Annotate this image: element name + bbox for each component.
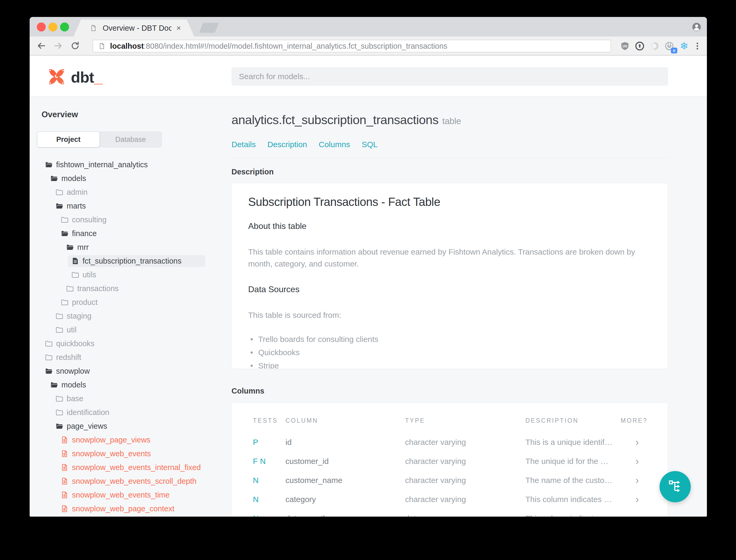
tree-item-utils[interactable]: utils: [30, 268, 226, 282]
model-nav-link-columns[interactable]: Columns: [319, 140, 350, 149]
tree-item-label: util: [67, 326, 76, 334]
tree-item-quickbooks[interactable]: quickbooks: [30, 337, 226, 350]
tree-item-snowplow_web_events_scroll_depth[interactable]: snowplow_web_events_scroll_depth: [30, 474, 226, 488]
column-header-tests: TESTS: [253, 417, 286, 424]
column-row-customer_id[interactable]: F Ncustomer_idcharacter varyingThe uniqu…: [253, 452, 668, 471]
tree-item-label: snowplow_web_events_time: [72, 491, 170, 499]
file-icon-red: [61, 463, 69, 471]
sphere-extension-icon[interactable]: [649, 40, 660, 52]
model-nav-link-details[interactable]: Details: [232, 140, 256, 149]
model-nav-link-description[interactable]: Description: [268, 140, 307, 149]
about-heading: About this table: [248, 221, 651, 231]
tests-cell: N: [253, 495, 286, 504]
tree-item-fishtown_internal_analytics[interactable]: fishtown_internal_analytics: [30, 158, 226, 171]
tree-item-snowplow_web_page_context[interactable]: snowplow_web_page_context: [30, 502, 226, 516]
folder-closed-icon: [45, 353, 53, 361]
tree-item-staging[interactable]: staging: [30, 309, 226, 323]
back-button[interactable]: [36, 40, 47, 51]
search-input[interactable]: [232, 67, 668, 86]
columns-table-header: TESTSCOLUMNTYPEDESCRIPTIONMORE?: [253, 417, 668, 424]
column-row-id[interactable]: Pidcharacter varyingThis is a unique ide…: [253, 433, 668, 452]
url-page-icon: [98, 42, 106, 50]
screenshot-canvas: Overview - DBT Docs × loca: [0, 0, 736, 560]
window-minimize-button[interactable]: [48, 22, 57, 31]
type-cell: character varying: [405, 457, 525, 466]
description-cell: This column indicates …: [525, 495, 621, 504]
tree-item-label: mrr: [77, 243, 89, 252]
tree-item-admin[interactable]: admin: [30, 185, 226, 199]
browser-tab-strip: Overview - DBT Docs ×: [30, 17, 707, 37]
tree-item-consulting[interactable]: consulting: [30, 213, 226, 227]
tab-database[interactable]: Database: [100, 132, 162, 147]
column-row-category[interactable]: Ncategorycharacter varyingThis column in…: [253, 490, 668, 509]
tree-item-fct_subscription_transactions[interactable]: fct_subscription_transactions: [30, 254, 226, 268]
tab-project[interactable]: Project: [37, 132, 100, 147]
column-row-customer_name[interactable]: Ncustomer_namecharacter varyingThe name …: [253, 471, 668, 490]
file-icon: [71, 257, 79, 265]
dbt-header: dbt_: [30, 56, 707, 97]
chevron-right-icon[interactable]: ›: [621, 513, 668, 517]
lineage-graph-fab[interactable]: [660, 471, 691, 502]
tree-item-snowplow_page_views[interactable]: snowplow_page_views: [30, 433, 226, 447]
chevron-right-icon[interactable]: ›: [621, 456, 668, 467]
tree-item-snowplow_web_events_time[interactable]: snowplow_web_events_time: [30, 488, 226, 502]
window-zoom-button[interactable]: [60, 22, 69, 31]
chevron-right-icon[interactable]: ›: [621, 437, 668, 448]
url-bar[interactable]: localhost:8080/index.html#!/model/model.…: [93, 40, 611, 52]
model-nav-link-sql[interactable]: SQL: [362, 140, 377, 149]
tree-item-snowplow_web_events_internal_fixed[interactable]: snowplow_web_events_internal_fixed: [30, 460, 226, 474]
card-title: Subscription Transactions - Fact Table: [248, 195, 651, 209]
snowflake-extension-icon[interactable]: ❄: [678, 40, 690, 52]
type-cell: date: [405, 514, 525, 517]
tree-item-util[interactable]: util: [30, 323, 226, 337]
tab-close-icon[interactable]: ×: [176, 24, 181, 33]
page-title: analytics.fct_subscription_transactionst…: [232, 112, 461, 127]
tree-item-product[interactable]: product: [30, 295, 226, 309]
tree-item-finance[interactable]: finance: [30, 227, 226, 240]
tests-cell: P: [253, 438, 286, 447]
file-icon-red: [61, 450, 69, 458]
source-list-item: Stripe: [248, 362, 651, 369]
new-tab-button[interactable]: [199, 23, 219, 33]
tree-item-page_views[interactable]: page_views: [30, 419, 226, 433]
browser-profile-avatar[interactable]: [692, 22, 701, 31]
sidebar-view-switch: Project Database: [37, 132, 162, 147]
file-icon-red: [61, 436, 69, 444]
sources-list: Trello boards for consulting clientsQuic…: [248, 335, 651, 369]
refresh-button[interactable]: [70, 40, 80, 51]
browser-tab[interactable]: Overview - DBT Docs ×: [74, 20, 194, 37]
tree-item-models[interactable]: models: [30, 378, 226, 392]
column-name-cell: customer_id: [286, 457, 405, 466]
page-favicon-icon: [90, 24, 98, 32]
tree-item-snowplow_web_events[interactable]: snowplow_web_events: [30, 447, 226, 460]
ublock-extension-icon[interactable]: UO: [619, 40, 631, 52]
window-close-button[interactable]: [37, 22, 46, 31]
dbt-logo-icon[interactable]: [47, 67, 66, 86]
tree-item-transactions[interactable]: transactions: [30, 282, 226, 295]
forward-button[interactable]: [53, 40, 64, 51]
tree-item-snowplow[interactable]: snowplow: [30, 364, 226, 378]
content-area: Overview Project Database fishtown_inter…: [30, 98, 707, 517]
folder-closed-icon: [71, 271, 79, 279]
tree-item-mrr[interactable]: mrr: [30, 240, 226, 254]
power-extension-icon[interactable]: x: [663, 40, 675, 52]
chevron-right-icon[interactable]: ›: [621, 494, 668, 505]
tree-item-label: snowplow_web_events_internal_fixed: [72, 463, 201, 472]
onepassword-extension-icon[interactable]: [634, 40, 645, 52]
tree-item-base[interactable]: base: [30, 392, 226, 405]
tree-item-label: product: [72, 298, 98, 307]
folder-open-icon: [45, 161, 53, 169]
tree-item-label: quickbooks: [56, 339, 94, 348]
file-icon-red: [61, 491, 69, 499]
description-section-label: Description: [232, 168, 274, 176]
tree-item-label: snowplow_web_events_scroll_depth: [72, 477, 197, 486]
tree-item-marts[interactable]: marts: [30, 199, 226, 213]
tree-item-redshift[interactable]: redshift: [30, 350, 226, 364]
tree-item-models[interactable]: models: [30, 171, 226, 185]
tree-item-label: marts: [67, 202, 86, 210]
source-list-item: Trello boards for consulting clients: [248, 335, 651, 343]
column-row-date_month[interactable]: Ndate_monthdateThis column indicates …›: [253, 509, 668, 517]
column-name-cell: id: [286, 438, 405, 447]
tree-item-identification[interactable]: identification: [30, 405, 226, 419]
browser-menu-icon[interactable]: [692, 40, 703, 52]
